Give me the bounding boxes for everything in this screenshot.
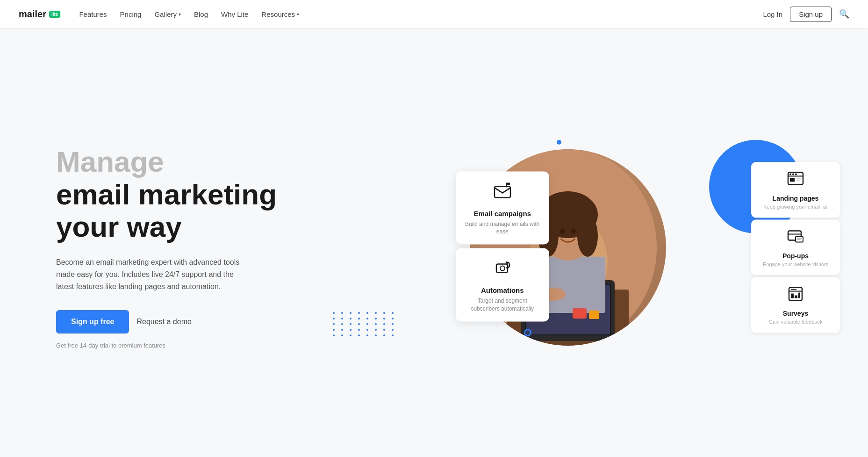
surveys-card[interactable]: Surveys Gain valuable feedback — [751, 277, 840, 333]
nav-item-resources[interactable]: Resources ▾ — [261, 10, 299, 18]
dot — [358, 323, 360, 325]
dot — [392, 312, 394, 314]
nav-item-gallery[interactable]: Gallery ▾ — [154, 10, 181, 18]
landing-pages-card[interactable]: Landing pages Keep growing your email li… — [751, 162, 840, 218]
svg-rect-19 — [496, 264, 508, 273]
svg-rect-37 — [795, 295, 797, 298]
svg-rect-23 — [790, 178, 795, 181]
landing-pages-desc: Keep growing your email list — [763, 203, 828, 209]
automations-desc: Target and segment subscribers automatic… — [465, 297, 540, 313]
svg-rect-18 — [507, 182, 510, 185]
signup-button[interactable]: Sign up — [790, 7, 832, 22]
popups-title: Pop-ups — [782, 252, 809, 259]
dot — [358, 312, 360, 314]
hero-description: Become an email marketing expert with ad… — [56, 256, 243, 293]
email-campaigns-desc: Build and manage emails with ease — [465, 220, 540, 236]
dot — [333, 312, 335, 314]
dot — [333, 318, 335, 319]
dot — [375, 318, 377, 319]
dot — [341, 334, 343, 336]
svg-point-11 — [560, 228, 565, 234]
dot — [350, 323, 352, 325]
hero-title-line2: your way — [56, 210, 182, 243]
nav-links: Features Pricing Gallery ▾ Blog Why Lite… — [79, 10, 763, 18]
popups-desc: Engage your website visitors — [763, 261, 828, 267]
email-campaigns-title: Email campaigns — [465, 210, 540, 218]
dot — [383, 334, 385, 336]
dot — [333, 323, 335, 325]
popup-icon — [787, 228, 804, 248]
hero-title-line1: email marketing — [56, 178, 277, 210]
nav-item-why-lite[interactable]: Why Lite — [221, 10, 248, 18]
dot — [383, 329, 385, 331]
dot — [341, 323, 343, 325]
navbar: mailer lite Features Pricing Gallery ▾ B… — [0, 0, 868, 28]
dot — [350, 334, 352, 336]
dots-pattern — [333, 312, 396, 336]
request-demo-button[interactable]: Request a demo — [136, 318, 191, 326]
dot — [383, 318, 385, 319]
dot — [392, 329, 394, 331]
dot — [366, 312, 368, 314]
logo[interactable]: mailer lite — [19, 9, 60, 20]
svg-rect-17 — [506, 182, 507, 187]
dot — [392, 323, 394, 325]
svg-point-12 — [571, 228, 576, 234]
svg-point-27 — [792, 173, 794, 175]
hero-section: Manage email marketing your way Become a… — [0, 0, 868, 457]
automations-title: Automations — [465, 287, 540, 295]
svg-point-20 — [500, 266, 505, 271]
svg-point-28 — [795, 173, 797, 175]
nav-item-features[interactable]: Features — [79, 10, 107, 18]
dot — [358, 329, 360, 331]
center-feature-cards: Email campaigns Build and manage emails … — [456, 171, 549, 323]
landing-pages-icon — [787, 170, 804, 190]
dot — [375, 329, 377, 331]
search-button[interactable]: 🔍 — [839, 9, 849, 19]
hero-right: Email campaigns Build and manage emails … — [295, 131, 840, 364]
dot — [350, 312, 352, 314]
dot — [375, 312, 377, 314]
svg-rect-14 — [573, 308, 587, 319]
dot — [383, 323, 385, 325]
logo-badge: lite — [49, 11, 60, 18]
svg-rect-38 — [798, 292, 800, 298]
hero-title: Manage email marketing your way — [56, 145, 277, 243]
dot — [392, 318, 394, 319]
dot — [350, 329, 352, 331]
right-panel-cards: Landing pages Keep growing your email li… — [751, 162, 840, 333]
surveys-desc: Gain valuable feedback — [769, 319, 823, 324]
dot — [333, 334, 335, 336]
popups-card[interactable]: Pop-ups Engage your website visitors — [751, 219, 840, 275]
surveys-icon — [787, 285, 804, 305]
signup-free-button[interactable]: Sign up free — [56, 310, 129, 334]
nav-item-pricing[interactable]: Pricing — [120, 10, 142, 18]
dot — [366, 334, 368, 336]
automation-icon — [465, 259, 540, 282]
login-button[interactable]: Log In — [763, 10, 782, 18]
dot — [366, 329, 368, 331]
nav-item-blog[interactable]: Blog — [194, 10, 208, 18]
svg-rect-15 — [589, 311, 599, 319]
trial-text: Get free 14-day trial to premium feature… — [56, 342, 277, 349]
dot — [358, 318, 360, 319]
surveys-title: Surveys — [783, 309, 808, 317]
email-campaigns-card[interactable]: Email campaigns Build and manage emails … — [456, 171, 549, 245]
circle-dot-bottom — [524, 329, 531, 336]
blue-dot-top — [557, 140, 561, 145]
hero-left: Manage email marketing your way Become a… — [56, 145, 277, 348]
landing-pages-title: Landing pages — [773, 194, 819, 202]
hero-cta: Sign up free Request a demo — [56, 310, 277, 334]
nav-actions: Log In Sign up 🔍 — [763, 7, 849, 22]
dot — [375, 334, 377, 336]
logo-text: mailer — [19, 9, 46, 20]
automations-card[interactable]: Automations Target and segment subscribe… — [456, 248, 549, 322]
dot — [333, 329, 335, 331]
email-icon — [465, 181, 540, 205]
dot — [392, 334, 394, 336]
hero-title-muted: Manage — [56, 145, 164, 178]
dot — [383, 312, 385, 314]
dot — [375, 323, 377, 325]
dot — [341, 318, 343, 319]
dot — [341, 329, 343, 331]
